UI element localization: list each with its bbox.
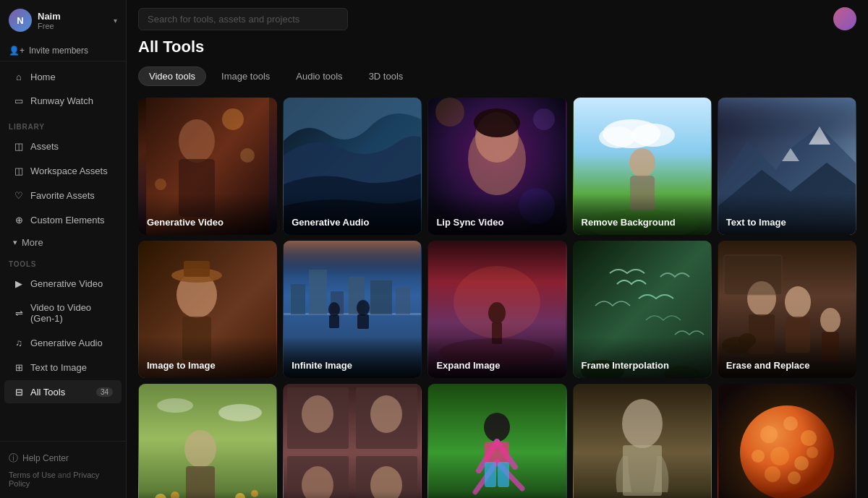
tool-label xyxy=(138,491,277,498)
tool-label: Text to Image xyxy=(718,194,856,235)
tool-card-row3-1[interactable] xyxy=(138,384,277,498)
tool-label xyxy=(283,491,422,498)
heart-icon: ♡ xyxy=(13,189,25,201)
tool-card-generative-audio[interactable]: Generative Audio xyxy=(283,98,422,235)
filter-tab-3d[interactable]: 3D tools xyxy=(358,66,414,86)
tools-section-label: TOOLS xyxy=(0,253,126,271)
filter-tab-image[interactable]: Image tools xyxy=(210,66,281,86)
invite-members-button[interactable]: 👤+ Invite members xyxy=(0,40,126,61)
add-person-icon: 👤+ xyxy=(9,46,25,56)
home-icon: ⌂ xyxy=(13,71,25,82)
text-image-icon: ⊞ xyxy=(13,361,25,373)
tool-label: Generative Audio xyxy=(283,194,422,235)
assets-icon: ◫ xyxy=(13,140,25,152)
audio-icon: ♫ xyxy=(13,337,25,348)
tool-label: Infinite Image xyxy=(283,337,422,378)
sidebar-item-generative-video[interactable]: ▶ Generative Video xyxy=(4,272,122,295)
tool-card-text-to-image[interactable]: Text to Image xyxy=(718,98,856,235)
tool-label: Remove Background xyxy=(573,194,712,235)
filter-tab-video[interactable]: Video tools xyxy=(138,66,206,86)
tool-card-infinite-image[interactable]: Infinite Image xyxy=(283,241,422,378)
footer-links: Terms of Use and Privacy Policy xyxy=(9,468,117,491)
sidebar-item-video-to-video[interactable]: ⇌ Video to Video (Gen-1) xyxy=(4,296,122,330)
topbar xyxy=(127,0,868,38)
tool-card-lip-sync-video[interactable]: Lip Sync Video xyxy=(427,98,566,235)
sidebar-item-text-to-image[interactable]: ⊞ Text to Image xyxy=(4,356,122,379)
tool-label xyxy=(573,491,712,498)
sidebar-item-custom-elements[interactable]: ⊕ Custom Elements xyxy=(4,208,122,231)
all-tools-badge: 34 xyxy=(96,387,113,397)
tool-label: Expand Image xyxy=(427,337,566,378)
tool-label xyxy=(427,491,566,498)
all-tools-icon: ⊟ xyxy=(13,386,25,398)
filter-tab-audio[interactable]: Audio tools xyxy=(285,66,353,86)
sidebar: N Naim Free ▾ 👤+ Invite members ⌂ Home ▭… xyxy=(0,0,127,498)
tool-card-row3-3[interactable] xyxy=(427,384,566,498)
more-icon: ▾ xyxy=(13,238,17,247)
tool-label: Erase and Replace xyxy=(718,337,856,378)
user-profile[interactable]: N Naim Free ▾ xyxy=(0,0,126,40)
page-title: All Tools xyxy=(138,38,856,56)
sidebar-footer: ⓘ Help Center Terms of Use and Privacy P… xyxy=(0,441,126,498)
sidebar-item-workspace-assets[interactable]: ◫ Workspace Assets xyxy=(4,159,122,182)
terms-link[interactable]: Terms of Use xyxy=(9,471,56,479)
tool-label: Generative Video xyxy=(138,194,277,235)
sidebar-item-generative-audio[interactable]: ♫ Generative Audio xyxy=(4,331,122,354)
sidebar-item-assets[interactable]: ◫ Assets xyxy=(4,134,122,158)
tool-card-frame-interpolation[interactable]: Frame Interpolation xyxy=(573,241,712,378)
library-section-label: LIBRARY xyxy=(0,116,126,134)
main-content: All Tools Video tools Image tools Audio … xyxy=(127,0,868,498)
user-name: Naim xyxy=(38,11,108,22)
tool-card-row3-4[interactable] xyxy=(573,384,712,498)
content-area: All Tools Video tools Image tools Audio … xyxy=(127,38,868,498)
tool-card-remove-background[interactable]: Remove Background xyxy=(573,98,712,235)
tool-label: Frame Interpolation xyxy=(573,337,712,378)
workspace-icon: ◫ xyxy=(13,165,25,176)
chevron-down-icon: ▾ xyxy=(114,17,117,25)
search-input[interactable] xyxy=(138,8,348,30)
help-center-link[interactable]: ⓘ Help Center xyxy=(9,449,117,468)
tv-icon: ▭ xyxy=(13,95,25,106)
tool-card-row3-5[interactable] xyxy=(718,384,856,498)
tool-card-expand-image[interactable]: Expand Image xyxy=(427,241,566,378)
tool-label: Lip Sync Video xyxy=(427,194,566,235)
more-button[interactable]: ▾ More xyxy=(4,233,122,252)
sidebar-item-runway-watch[interactable]: ▭ Runway Watch xyxy=(4,89,122,112)
generative-video-icon: ▶ xyxy=(13,278,25,289)
tool-card-erase-and-replace[interactable]: Erase and Replace xyxy=(718,241,856,378)
topbar-avatar[interactable] xyxy=(833,7,856,30)
help-icon: ⓘ xyxy=(9,452,18,465)
filter-tabs: Video tools Image tools Audio tools 3D t… xyxy=(138,66,856,86)
video-to-video-icon: ⇌ xyxy=(13,307,25,319)
tool-card-generative-video[interactable]: Generative Video xyxy=(138,98,277,235)
tools-grid: Generative Video xyxy=(138,98,856,498)
sidebar-item-favorite-assets[interactable]: ♡ Favorite Assets xyxy=(4,184,122,207)
avatar: N xyxy=(9,9,32,32)
tool-card-row3-2[interactable] xyxy=(283,384,422,498)
sidebar-item-all-tools[interactable]: ⊟ All Tools 34 xyxy=(4,380,122,403)
user-plan: Free xyxy=(38,22,108,30)
elements-icon: ⊕ xyxy=(13,214,25,226)
tool-label xyxy=(718,491,856,498)
tool-card-image-to-image[interactable]: Image to Image xyxy=(138,241,277,378)
tool-label: Image to Image xyxy=(138,337,277,378)
sidebar-item-home[interactable]: ⌂ Home xyxy=(4,65,122,88)
